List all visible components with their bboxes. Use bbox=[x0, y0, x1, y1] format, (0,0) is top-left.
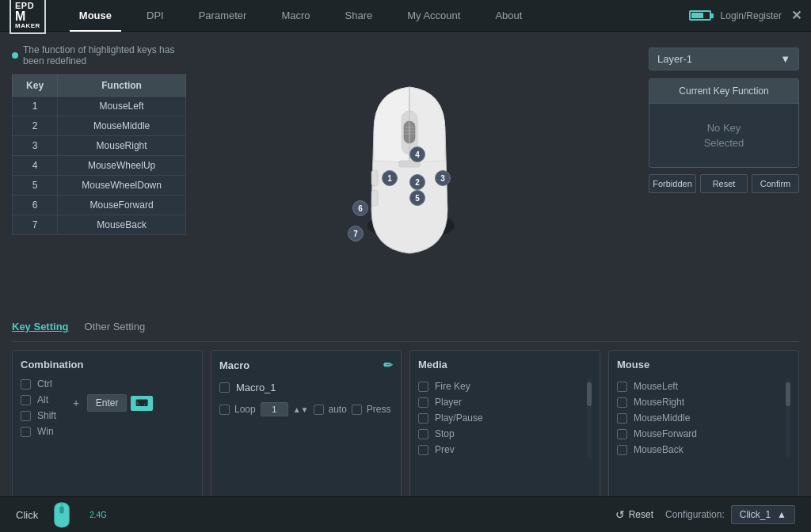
macro-item-1: Macro_1 bbox=[219, 379, 393, 396]
tab-dpi[interactable]: DPI bbox=[129, 0, 181, 32]
table-row[interactable]: 3MouseRight bbox=[13, 136, 186, 156]
macro-edit-icon[interactable]: ✏ bbox=[383, 359, 393, 371]
mouse-btn-5[interactable]: 5 bbox=[409, 190, 425, 206]
logo-line2: M bbox=[15, 10, 40, 23]
mini-mouse-icon bbox=[50, 501, 74, 529]
mouse-btn-4[interactable]: 4 bbox=[409, 146, 425, 162]
login-button[interactable]: Login/Register bbox=[721, 10, 782, 21]
reset-config-button[interactable]: ↺ Reset bbox=[615, 508, 653, 521]
mouse-func-item[interactable]: MouseRight bbox=[617, 394, 782, 410]
current-key-body: No Key Selected bbox=[649, 104, 798, 167]
alt-checkbox[interactable] bbox=[21, 395, 31, 405]
media-item[interactable]: Player bbox=[418, 394, 583, 410]
nav-tabs: Mouse DPI Parameter Macro Share My Accou… bbox=[62, 0, 689, 32]
function-cell: MouseWheelUp bbox=[58, 156, 186, 176]
ctrl-checkbox[interactable] bbox=[21, 379, 31, 390]
config-label: Configuration: bbox=[665, 509, 725, 520]
key-cell: 5 bbox=[13, 176, 58, 196]
layer-select[interactable]: Layer-1 ▼ bbox=[649, 48, 799, 70]
mouse-func-checkbox[interactable] bbox=[617, 429, 627, 439]
combo-right-side: + Enter ⌨ bbox=[69, 394, 153, 412]
mouse-func-checkbox[interactable] bbox=[617, 382, 627, 392]
press-checkbox[interactable] bbox=[352, 405, 362, 415]
tab-key-setting[interactable]: Key Setting bbox=[12, 321, 69, 335]
cards-row: Combination Ctrl Alt bbox=[12, 350, 799, 496]
key-cell: 4 bbox=[13, 156, 58, 176]
media-checkbox[interactable] bbox=[418, 429, 428, 439]
table-row[interactable]: 2MouseMiddle bbox=[13, 116, 186, 136]
tab-macro[interactable]: Macro bbox=[264, 0, 327, 32]
table-row[interactable]: 6MouseForward bbox=[13, 196, 186, 215]
info-message: The function of highlighted keys has bee… bbox=[23, 44, 186, 66]
no-key-text: No Key Selected bbox=[704, 120, 744, 151]
logo-line3: MAKER bbox=[15, 23, 40, 30]
tab-share[interactable]: Share bbox=[328, 0, 390, 32]
media-item[interactable]: Fire Key bbox=[418, 378, 583, 394]
config-area: Configuration: Click_1 ▲ bbox=[665, 505, 795, 524]
layer-dropdown-arrow: ▼ bbox=[780, 53, 790, 65]
shift-checkbox[interactable] bbox=[21, 411, 31, 421]
col-function-header: Function bbox=[58, 75, 186, 97]
mouse-func-item[interactable]: MouseBack bbox=[617, 442, 782, 458]
mouse-scrollbar[interactable] bbox=[786, 378, 790, 458]
media-card-title: Media bbox=[418, 359, 592, 370]
tab-about[interactable]: About bbox=[478, 0, 539, 32]
loop-count-input[interactable]: 1 bbox=[261, 402, 288, 416]
auto-checkbox[interactable] bbox=[314, 405, 324, 415]
mouse-btn-2[interactable]: 2 bbox=[409, 174, 425, 190]
loop-arrows: ▲▼ bbox=[293, 405, 309, 414]
function-cell: MouseForward bbox=[58, 196, 186, 215]
table-row[interactable]: 5MouseWheelDown bbox=[13, 176, 186, 196]
keyboard-icon-button[interactable]: ⌨ bbox=[131, 396, 153, 411]
mouse-func-checkbox[interactable] bbox=[617, 445, 627, 455]
svg-rect-6 bbox=[371, 170, 378, 186]
media-item[interactable]: Stop bbox=[418, 426, 583, 442]
confirm-button[interactable]: Confirm bbox=[752, 174, 799, 193]
mouse-btn-6[interactable]: 6 bbox=[352, 200, 368, 216]
tab-other-setting[interactable]: Other Setting bbox=[85, 321, 146, 335]
mouse-btn-1[interactable]: 1 bbox=[382, 170, 398, 186]
mouse-card-title: Mouse bbox=[617, 359, 790, 370]
mouse-card-inner: MouseLeftMouseRightMouseMiddleMouseForwa… bbox=[617, 378, 790, 458]
loop-checkbox[interactable] bbox=[219, 405, 230, 415]
function-cell: MouseLeft bbox=[58, 97, 186, 116]
media-scrollbar-thumb bbox=[587, 382, 592, 406]
close-button[interactable]: ✕ bbox=[791, 8, 801, 23]
combo-alt: Alt bbox=[21, 394, 65, 405]
media-scrollbar[interactable] bbox=[587, 378, 592, 458]
config-value: Click_1 bbox=[740, 509, 771, 520]
info-bar: The function of highlighted keys has bee… bbox=[12, 40, 186, 74]
mouse-func-item[interactable]: MouseMiddle bbox=[617, 410, 782, 426]
macro-1-checkbox[interactable] bbox=[219, 382, 230, 393]
table-row[interactable]: 1MouseLeft bbox=[13, 97, 186, 116]
forbidden-button[interactable]: Forbidden bbox=[649, 174, 696, 193]
media-checkbox[interactable] bbox=[418, 445, 428, 455]
mouse-func-checkbox[interactable] bbox=[617, 397, 627, 408]
media-item[interactable]: Prev bbox=[418, 442, 583, 458]
mouse-func-item[interactable]: MouseForward bbox=[617, 426, 782, 442]
key-cell: 3 bbox=[13, 136, 58, 156]
config-dropdown[interactable]: Click_1 ▲ bbox=[731, 505, 795, 524]
win-checkbox[interactable] bbox=[21, 427, 31, 437]
mouse-btn-7[interactable]: 7 bbox=[348, 226, 364, 241]
press-label: Press bbox=[367, 404, 391, 415]
mouse-func-item[interactable]: MouseLeft bbox=[617, 378, 782, 394]
function-cell: MouseBack bbox=[58, 215, 186, 235]
mouse-func-card: Mouse MouseLeftMouseRightMouseMiddleMous… bbox=[608, 350, 799, 496]
table-row[interactable]: 7MouseBack bbox=[13, 215, 186, 235]
mouse-btn-3[interactable]: 3 bbox=[435, 170, 451, 186]
mouse-func-checkbox[interactable] bbox=[617, 413, 627, 424]
table-row[interactable]: 4MouseWheelUp bbox=[13, 156, 186, 176]
mouse-container: 1 2 3 4 5 6 7 bbox=[338, 67, 497, 281]
media-item[interactable]: Play/Pause bbox=[418, 410, 583, 426]
media-checkbox[interactable] bbox=[418, 382, 428, 392]
media-checkbox[interactable] bbox=[418, 397, 428, 408]
tab-myaccount[interactable]: My Account bbox=[390, 0, 478, 32]
tab-parameter[interactable]: Parameter bbox=[181, 0, 265, 32]
tab-mouse[interactable]: Mouse bbox=[62, 0, 129, 32]
reset-key-button[interactable]: Reset bbox=[700, 174, 748, 193]
key-input[interactable]: Enter bbox=[87, 394, 127, 412]
macro-card-title: Macro ✏ bbox=[219, 359, 393, 371]
status-bar: Click 2.4G ↺ Reset Configuration: Click_… bbox=[0, 496, 811, 532]
media-checkbox[interactable] bbox=[418, 413, 428, 424]
